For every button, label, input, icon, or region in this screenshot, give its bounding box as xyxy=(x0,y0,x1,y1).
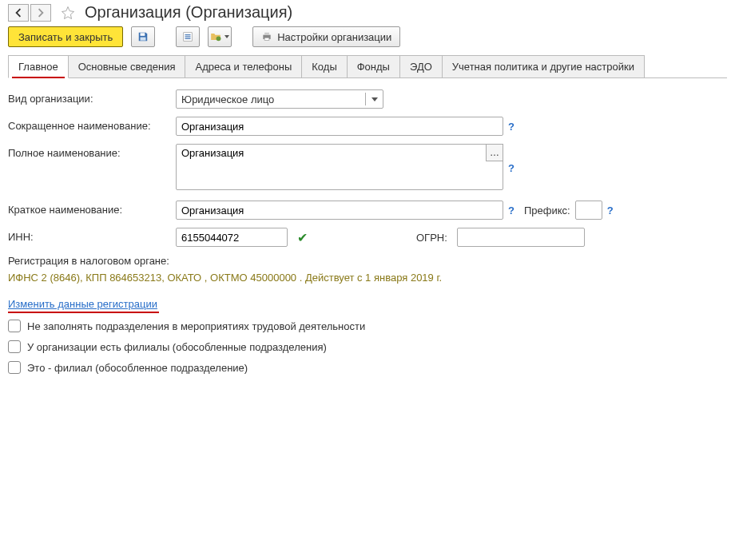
prefix-label: Префикс: xyxy=(524,205,570,216)
svg-rect-0 xyxy=(141,33,145,36)
inn-label: ИНН: xyxy=(8,228,176,243)
inn-input[interactable] xyxy=(176,228,288,247)
org-type-label: Вид организации: xyxy=(8,89,176,105)
svg-point-6 xyxy=(217,36,221,41)
page-title: Организация (Организация) xyxy=(85,3,292,22)
chk-has-branches-label: У организации есть филиалы (обособленные… xyxy=(27,341,327,353)
floppy-icon xyxy=(137,31,149,42)
chk-is-branch-label: Это - филиал (обособленное подразделение… xyxy=(27,362,248,374)
help-icon[interactable]: ? xyxy=(607,205,614,216)
save-button[interactable] xyxy=(131,26,155,47)
brief-name-label: Краткое наименование: xyxy=(8,201,176,216)
save-and-close-button[interactable]: Записать и закрыть xyxy=(8,26,123,47)
svg-rect-1 xyxy=(141,38,146,41)
change-registration-link[interactable]: Изменить данные регистрации xyxy=(8,298,157,310)
list-icon xyxy=(182,31,193,42)
ogrn-label: ОГРН: xyxy=(416,232,447,244)
tab-accounting-policy[interactable]: Учетная политика и другие настройки xyxy=(442,55,645,77)
folder-dropdown-button[interactable] xyxy=(208,26,232,47)
brief-name-input[interactable] xyxy=(176,201,503,220)
help-icon[interactable]: ? xyxy=(508,162,514,174)
help-icon[interactable]: ? xyxy=(508,121,514,133)
registration-text: ИФНС 2 (8646), КПП 864653213, ОКАТО , ОК… xyxy=(8,272,727,284)
tab-funds[interactable]: Фонды xyxy=(347,55,400,77)
chk-no-subdivisions[interactable] xyxy=(8,320,21,332)
nav-back-button[interactable] xyxy=(8,4,29,22)
ogrn-input[interactable] xyxy=(457,228,585,247)
favorite-star-icon[interactable] xyxy=(59,4,77,22)
list-button[interactable] xyxy=(176,26,200,47)
svg-rect-9 xyxy=(264,38,269,41)
tab-codes[interactable]: Коды xyxy=(301,55,347,77)
tab-edo[interactable]: ЭДО xyxy=(399,55,443,77)
tab-bar: Главное Основные сведения Адреса и телеф… xyxy=(8,55,727,78)
chk-no-subdivisions-label: Не заполнять подразделения в мероприятия… xyxy=(27,320,365,332)
registration-section-label: Регистрация в налоговом органе: xyxy=(8,255,727,267)
svg-rect-8 xyxy=(264,33,269,35)
help-icon[interactable]: ? xyxy=(508,205,514,216)
short-name-label: Сокращенное наименование: xyxy=(8,117,176,132)
tab-addresses[interactable]: Адреса и телефоны xyxy=(185,55,302,77)
chk-has-branches[interactable] xyxy=(8,340,21,353)
chk-is-branch[interactable] xyxy=(8,361,21,374)
short-name-input[interactable] xyxy=(176,117,503,136)
chevron-down-icon xyxy=(365,93,383,105)
org-settings-button[interactable]: Настройки организации xyxy=(252,26,400,47)
expand-button[interactable]: … xyxy=(486,144,503,161)
checkmark-icon: ✔ xyxy=(297,230,308,245)
printer-icon xyxy=(261,31,272,42)
full-name-label: Полное наименование: xyxy=(8,144,176,159)
tab-main[interactable]: Главное xyxy=(8,55,69,78)
folder-icon xyxy=(210,31,221,42)
nav-forward-button[interactable] xyxy=(30,4,51,22)
prefix-input[interactable] xyxy=(575,201,602,220)
tab-basic-info[interactable]: Основные сведения xyxy=(68,55,186,77)
org-type-select[interactable]: Юридическое лицо xyxy=(176,89,383,109)
full-name-textarea[interactable]: Организация xyxy=(176,144,503,190)
